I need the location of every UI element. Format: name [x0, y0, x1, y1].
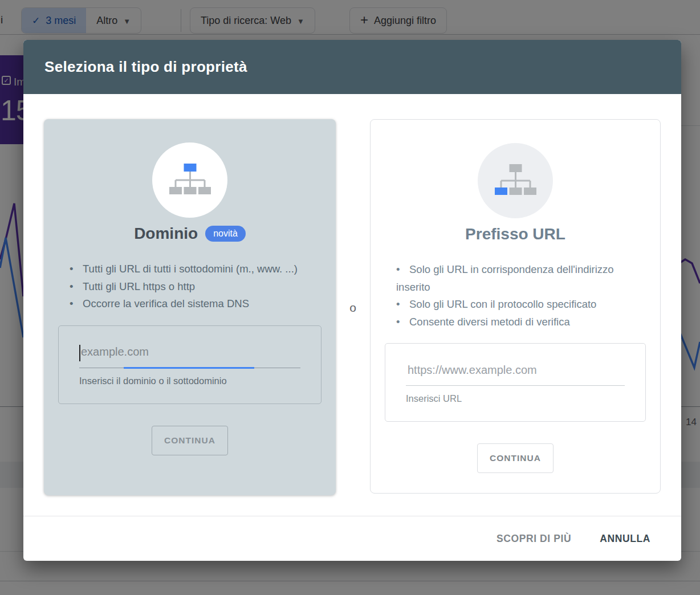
select-property-type-dialog: Seleziona il tipo di proprietà Dominio n… — [23, 40, 681, 561]
url-input-field — [406, 361, 625, 386]
domain-icon-circle — [152, 142, 227, 218]
url-prefix-feature-item: Solo gli URL con il protocollo specifica… — [396, 296, 637, 313]
domain-input-helper: Inserisci il dominio o il sottodominio — [79, 376, 300, 386]
url-prefix-card-title: Prefisso URL — [465, 225, 565, 243]
dialog-header: Seleziona il tipo di proprietà — [23, 40, 681, 94]
text-cursor — [79, 345, 80, 361]
domain-feature-item: Tutti gli URL di tutti i sottodomini (m.… — [70, 260, 313, 278]
url-input-box: Inserisci URL — [385, 343, 646, 422]
url-prefix-feature-item: Solo gli URL in corrispondenza dell'indi… — [396, 261, 637, 296]
learn-more-button[interactable]: SCOPRI DI PIÙ — [493, 528, 575, 549]
url-prefix-icon-circle — [478, 143, 553, 218]
url-prefix-title-row: Prefisso URL — [371, 225, 660, 243]
url-prefix-feature-list: Solo gli URL in corrispondenza dell'indi… — [396, 261, 637, 331]
input-underline-focus — [124, 367, 254, 369]
sitemap-domain-icon — [169, 164, 211, 194]
url-prefix-continue-button[interactable]: CONTINUA — [477, 443, 554, 473]
or-separator: o — [346, 301, 360, 315]
url-prefix-property-card: Prefisso URL Solo gli URL in corrisponde… — [370, 119, 661, 494]
sitemap-url-prefix-icon — [495, 164, 536, 195]
domain-title-row: Dominio novità — [44, 225, 336, 243]
dialog-title: Seleziona il tipo di proprietà — [44, 58, 247, 76]
domain-card-title: Dominio — [134, 225, 198, 243]
new-badge: novità — [205, 226, 246, 242]
input-underline — [406, 385, 625, 386]
url-input[interactable] — [406, 361, 625, 384]
domain-input[interactable] — [79, 343, 300, 366]
domain-input-box: Inserisci il dominio o il sottodominio — [58, 325, 321, 404]
url-input-helper: Inserisci URL — [406, 393, 625, 404]
url-prefix-feature-item: Consente diversi metodi di verifica — [396, 313, 637, 331]
domain-feature-item: Tutti gli URL https o http — [70, 278, 313, 296]
domain-feature-list: Tutti gli URL di tutti i sottodomini (m.… — [70, 260, 313, 313]
domain-input-field — [79, 343, 300, 368]
domain-feature-item: Occorre la verifica del sistema DNS — [70, 295, 313, 313]
dialog-footer: SCOPRI DI PIÙ ANNULLA — [23, 516, 681, 561]
domain-continue-button[interactable]: CONTINUA — [152, 426, 228, 455]
domain-property-card: Dominio novità Tutti gli URL di tutti i … — [44, 119, 336, 495]
cancel-button[interactable]: ANNULLA — [596, 528, 654, 549]
